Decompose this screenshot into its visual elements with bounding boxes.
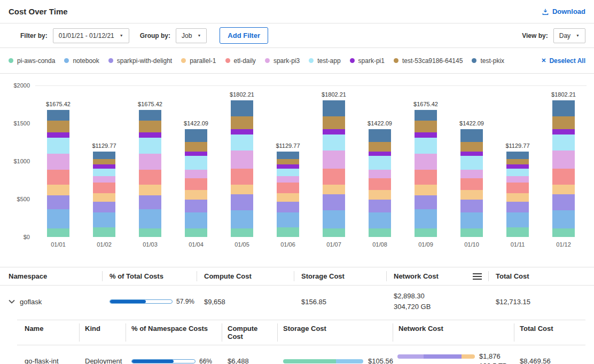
- legend-item-spark-pi3[interactable]: spark-pi3: [265, 57, 300, 65]
- legend-item-test-app[interactable]: test-app: [309, 57, 340, 65]
- bar-segment-spark-pi1: [506, 164, 529, 169]
- bar-stack: [323, 100, 345, 237]
- bar-segment-etl-daily: [552, 169, 575, 185]
- bar-column-01/04[interactable]: $1422.09: [179, 85, 213, 237]
- col-header-nested-storage[interactable]: Storage Cost: [277, 320, 393, 345]
- col-header-total-cost[interactable]: Total Cost: [488, 267, 594, 285]
- bar-segment-spark-pi3: [139, 154, 161, 170]
- legend-item-pi-aws-conda[interactable]: pi-aws-conda: [9, 57, 55, 65]
- bar-segment-notebook: [277, 212, 299, 227]
- axis-spacer: [7, 241, 35, 248]
- bar-segment-etl-daily: [415, 170, 437, 185]
- legend-item-parallel-1[interactable]: parallel-1: [181, 57, 216, 65]
- mini-bar-segment: [462, 354, 475, 359]
- namespace-row-goflask[interactable]: goflask 57.9% $9,658 $156.85 $2,898.30 3…: [0, 286, 594, 319]
- page-header: Cost Over Time Download: [0, 0, 594, 23]
- download-label: Download: [552, 7, 585, 15]
- bar-segment-spark-pi3: [552, 151, 575, 169]
- nested-storage-cost-value: $105.56: [368, 357, 393, 364]
- col-header-nested-compute[interactable]: Compute Cost: [222, 320, 277, 345]
- col-header-namespace[interactable]: Namespace: [0, 267, 102, 285]
- bar-segment-test-app: [415, 138, 437, 154]
- col-header-nested-total[interactable]: Total Cost: [514, 320, 585, 345]
- legend-items: pi-aws-condanotebooksparkpi-with-delight…: [9, 57, 504, 65]
- y-axis-tick: $0: [24, 233, 30, 241]
- bar-column-01/01[interactable]: $1675.42: [41, 85, 75, 237]
- bar-segment-test-pkix: [552, 100, 575, 116]
- bar-segment-spark-pi3: [506, 176, 529, 183]
- bar-segment-pi-aws-conda: [231, 228, 253, 237]
- workload-kind: Deployment: [79, 357, 126, 364]
- bar-segment-sparkpi-with-delight: [231, 194, 253, 210]
- x-axis-label: 01/06: [271, 241, 305, 248]
- legend-dot: [108, 58, 113, 63]
- legend-item-sparkpi-with-delight[interactable]: sparkpi-with-delight: [108, 57, 172, 65]
- bar-column-01/12[interactable]: $1802.21: [546, 85, 581, 237]
- legend-item-test-pkix[interactable]: test-pkix: [472, 57, 504, 65]
- bar-column-01/07[interactable]: $1802.21: [317, 85, 351, 237]
- add-filter-button[interactable]: Add Filter: [220, 27, 268, 44]
- nested-network-usage-value: 190.5 TB: [479, 362, 507, 364]
- bar-column-01/09[interactable]: $1675.42: [409, 85, 443, 237]
- bar-segment-spark-pi3: [415, 154, 437, 170]
- download-button[interactable]: Download: [542, 7, 585, 15]
- x-axis-label: 01/01: [41, 241, 75, 248]
- bar-segment-etl-daily: [231, 169, 253, 185]
- mini-bar-segment: [424, 354, 462, 359]
- legend-dot: [181, 58, 186, 63]
- bar-column-01/05[interactable]: $1802.21: [225, 85, 259, 237]
- legend-item-notebook[interactable]: notebook: [64, 57, 99, 65]
- bar-column-01/06[interactable]: $1129.77: [271, 85, 305, 237]
- legend-item-spark-pi1[interactable]: spark-pi1: [350, 57, 385, 65]
- col-header-percent-total[interactable]: % of Total Costs: [102, 267, 197, 285]
- bar-column-01/02[interactable]: $1129.77: [87, 85, 121, 237]
- bar-segment-etl-daily: [460, 178, 483, 190]
- legend-dot: [472, 58, 476, 63]
- percent-namespace-value: 66%: [199, 358, 212, 364]
- legend-item-test-53ca9186-64145[interactable]: test-53ca9186-64145: [394, 57, 463, 65]
- legend-item-etl-daily[interactable]: etl-daily: [225, 57, 256, 65]
- chevron-down-icon: ▼: [197, 34, 201, 37]
- col-header-kind[interactable]: Kind: [79, 320, 126, 345]
- percent-total-value: 57.9%: [176, 298, 194, 305]
- col-header-name[interactable]: Name: [17, 320, 79, 345]
- bar-segment-test-53ca9186-64145: [93, 159, 115, 164]
- bar-segment-spark-pi1: [185, 152, 207, 156]
- bar-segment-sparkpi-with-delight: [139, 195, 161, 209]
- column-menu-icon[interactable]: [473, 273, 482, 280]
- chevron-down-icon[interactable]: [9, 299, 15, 304]
- x-axis-label: 01/02: [87, 241, 121, 248]
- bar-column-01/10[interactable]: $1422.09: [455, 85, 489, 237]
- group-by-select[interactable]: Job ▼: [176, 28, 207, 43]
- bar-segment-notebook: [93, 212, 115, 227]
- bar-segment-test-app: [139, 138, 161, 154]
- table-header-row: Namespace % of Total Costs Compute Cost …: [0, 267, 594, 286]
- bar-segment-test-app: [369, 156, 391, 170]
- bar-segment-sparkpi-with-delight: [460, 200, 483, 212]
- legend-label: spark-pi1: [358, 57, 385, 65]
- bar-column-01/11[interactable]: $1129.77: [501, 85, 535, 237]
- bar-segment-pi-aws-conda: [415, 228, 437, 237]
- chevron-down-icon: ▼: [120, 34, 123, 37]
- col-header-compute-cost[interactable]: Compute Cost: [197, 267, 294, 285]
- x-axis-label: 01/09: [409, 241, 443, 248]
- bar-column-01/03[interactable]: $1675.42: [133, 85, 167, 237]
- mini-bar-segment: [283, 359, 336, 363]
- view-by-select[interactable]: Day ▼: [553, 28, 585, 43]
- bar-segment-etl-daily: [506, 183, 529, 193]
- col-header-percent-namespace[interactable]: % of Namespace Costs: [126, 320, 222, 345]
- col-header-network-cost[interactable]: Network Cost: [386, 267, 488, 285]
- group-by-label: Group by:: [140, 32, 170, 39]
- workload-row-go-flask-int[interactable]: go-flask-int Deployment 66% $6,488 $105.…: [17, 345, 585, 364]
- date-range-select[interactable]: 01/01/21 - 01/12/21 ▼: [53, 28, 129, 43]
- bar-segment-pi-aws-conda: [185, 228, 207, 237]
- col-header-nested-network[interactable]: Network Cost: [393, 320, 514, 345]
- bar-segment-spark-pi1: [369, 152, 391, 156]
- bar-segment-spark-pi3: [185, 170, 207, 178]
- x-axis-label: 01/03: [133, 241, 167, 248]
- bar-stack: [231, 100, 253, 237]
- bar-segment-test-pkix: [185, 129, 207, 142]
- col-header-storage-cost[interactable]: Storage Cost: [294, 267, 386, 285]
- deselect-all-button[interactable]: ✕ Deselect All: [541, 57, 585, 65]
- bar-column-01/08[interactable]: $1422.09: [363, 85, 397, 237]
